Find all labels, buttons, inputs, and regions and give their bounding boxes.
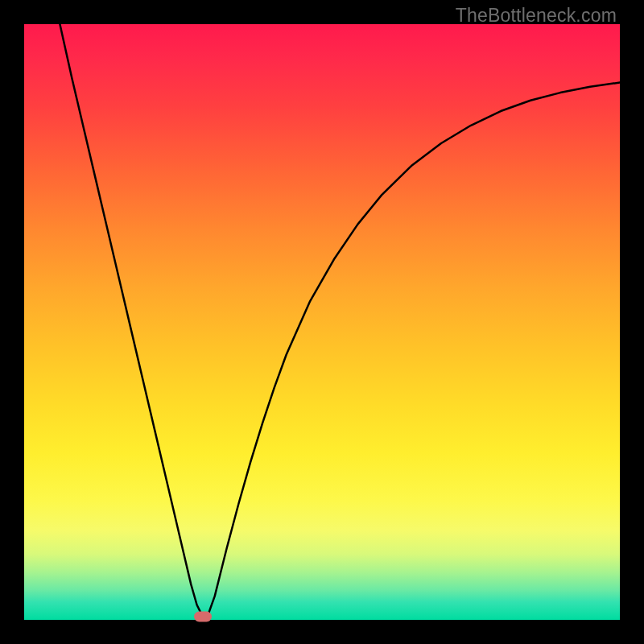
watermark-text: TheBottleneck.com [456,5,617,27]
minimum-marker [194,612,212,622]
bottleneck-curve [24,24,620,620]
chart-frame [24,24,620,620]
